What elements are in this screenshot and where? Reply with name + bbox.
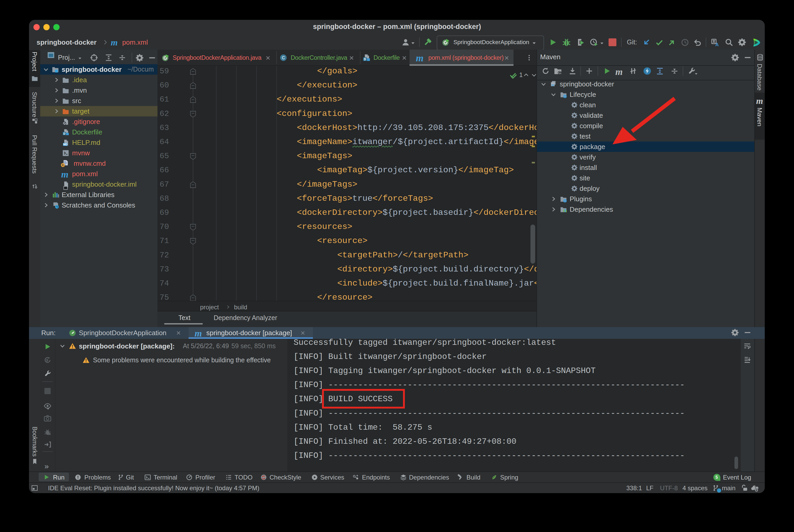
- svg-text:m: m: [551, 83, 554, 87]
- svg-text:D: D: [63, 132, 66, 135]
- svg-text:5: 5: [716, 475, 718, 479]
- svg-text:A: A: [715, 42, 719, 47]
- svg-text:MD: MD: [63, 143, 68, 146]
- svg-text:C: C: [282, 55, 285, 60]
- svg-text:D: D: [364, 57, 366, 61]
